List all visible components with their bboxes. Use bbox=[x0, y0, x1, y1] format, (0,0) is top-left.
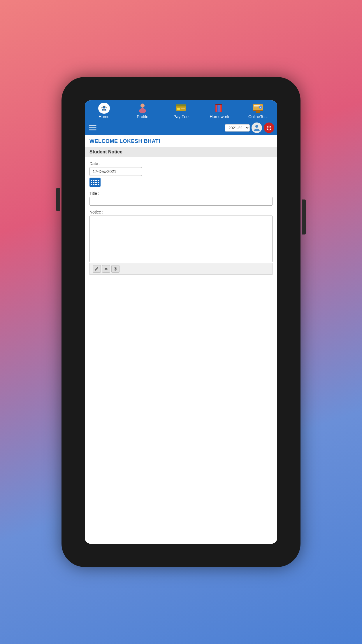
hamburger-line-2 bbox=[89, 127, 96, 128]
phone-screen: Home Profile bbox=[85, 100, 277, 544]
svg-rect-18 bbox=[256, 111, 260, 113]
nav-item-home[interactable]: Home bbox=[89, 103, 119, 119]
svg-text:A+: A+ bbox=[260, 106, 263, 109]
code-icon: <> bbox=[104, 267, 108, 271]
homework-icon bbox=[213, 103, 226, 114]
svg-rect-6 bbox=[176, 104, 186, 106]
main-content: WELCOME LOKESH BHATI Student Notice Date… bbox=[85, 135, 277, 544]
payfee-icon bbox=[175, 103, 187, 114]
second-toolbar: 2021-22 2020-21 2019-20 bbox=[85, 121, 277, 135]
calendar-button[interactable] bbox=[89, 178, 101, 187]
notice-textarea[interactable] bbox=[89, 216, 273, 262]
nav-item-onlinetest[interactable]: A+ OnlineTest bbox=[243, 103, 273, 119]
date-label: Date : bbox=[89, 161, 273, 166]
svg-rect-1 bbox=[103, 109, 105, 111]
title-row: Title : bbox=[89, 191, 273, 206]
svg-rect-21 bbox=[254, 106, 259, 107]
empty-content-area bbox=[85, 283, 277, 400]
date-input[interactable] bbox=[89, 167, 142, 176]
code-button[interactable]: <> bbox=[102, 265, 110, 273]
nav-homework-label: Homework bbox=[210, 114, 229, 119]
hamburger-menu[interactable] bbox=[88, 124, 98, 132]
power-button[interactable] bbox=[264, 123, 274, 133]
svg-point-25 bbox=[255, 125, 258, 128]
svg-point-28 bbox=[116, 268, 116, 269]
year-selector[interactable]: 2021-22 2020-21 2019-20 bbox=[225, 124, 250, 132]
profile-icon bbox=[136, 103, 149, 114]
date-row: Date : bbox=[89, 161, 273, 187]
nav-home-label: Home bbox=[99, 114, 109, 119]
right-controls: 2021-22 2020-21 2019-20 bbox=[225, 123, 274, 133]
hamburger-line-3 bbox=[89, 130, 96, 130]
svg-rect-20 bbox=[254, 105, 260, 106]
home-icon bbox=[98, 103, 110, 114]
top-navigation: Home Profile bbox=[85, 100, 277, 121]
svg-rect-7 bbox=[177, 108, 180, 110]
notice-row: Notice : <> bbox=[89, 210, 273, 275]
svg-rect-22 bbox=[254, 108, 257, 108]
svg-rect-14 bbox=[215, 104, 222, 105]
nav-onlinetest-label: OnlineTest bbox=[248, 114, 268, 119]
preview-button[interactable] bbox=[111, 265, 120, 273]
nav-item-payfee[interactable]: Pay Fee bbox=[166, 103, 196, 119]
svg-rect-9 bbox=[181, 110, 184, 110]
form-section: Date : bbox=[85, 157, 277, 283]
svg-rect-19 bbox=[255, 113, 261, 113]
svg-rect-13 bbox=[218, 104, 220, 112]
notice-label: Notice : bbox=[89, 210, 273, 214]
welcome-text: WELCOME LOKESH BHATI bbox=[89, 138, 160, 144]
user-avatar-button[interactable] bbox=[252, 123, 262, 133]
nav-payfee-label: Pay Fee bbox=[173, 114, 189, 119]
title-label: Title : bbox=[89, 191, 273, 196]
svg-rect-17 bbox=[253, 110, 263, 111]
hamburger-line-1 bbox=[89, 125, 96, 126]
phone-frame: Home Profile bbox=[61, 77, 301, 567]
nav-profile-label: Profile bbox=[137, 114, 148, 119]
nav-item-profile[interactable]: Profile bbox=[128, 103, 157, 119]
onlinetest-icon: A+ bbox=[252, 103, 264, 114]
calendar-icon bbox=[91, 180, 99, 185]
svg-point-2 bbox=[140, 104, 145, 108]
title-input[interactable] bbox=[89, 197, 273, 206]
editor-toolbar: <> bbox=[89, 263, 273, 275]
nav-item-homework[interactable]: Homework bbox=[205, 103, 234, 119]
section-header: Student Notice bbox=[85, 147, 277, 157]
edit-button[interactable] bbox=[93, 265, 101, 273]
svg-rect-4 bbox=[141, 108, 144, 111]
svg-rect-8 bbox=[181, 108, 185, 109]
welcome-bar: WELCOME LOKESH BHATI bbox=[85, 135, 277, 147]
